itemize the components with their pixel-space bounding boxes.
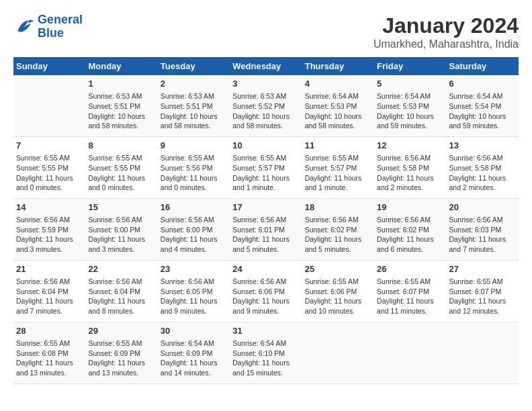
day-info-line: Daylight: 11 hours — [232, 359, 290, 367]
day-info-line: and 0 minutes. — [161, 183, 207, 191]
day-info-line: Sunrise: 6:56 AM — [88, 277, 142, 285]
day-info-line: Sunset: 5:52 PM — [232, 102, 285, 110]
day-info-line: and 6 minutes. — [377, 245, 423, 253]
cell-content: 15Sunrise: 6:56 AMSunset: 6:00 PMDayligh… — [88, 201, 154, 255]
cell-content: 2Sunrise: 6:53 AMSunset: 5:51 PMDaylight… — [161, 78, 227, 131]
day-info-line: Sunrise: 6:55 AM — [305, 277, 359, 285]
day-info-line: Sunset: 6:02 PM — [377, 226, 429, 234]
calendar-cell: 15Sunrise: 6:56 AMSunset: 6:00 PMDayligh… — [85, 198, 157, 260]
day-info-line: and 5 minutes. — [232, 245, 279, 253]
calendar-cell — [13, 75, 85, 136]
weekday-header: Tuesday — [158, 57, 230, 75]
calendar-cell: 16Sunrise: 6:56 AMSunset: 6:00 PMDayligh… — [158, 198, 230, 260]
day-number: 22 — [88, 263, 154, 275]
calendar-week-row: 21Sunrise: 6:56 AMSunset: 6:04 PMDayligh… — [13, 260, 519, 322]
day-info-line: and 2 minutes. — [449, 183, 496, 191]
calendar-cell: 26Sunrise: 6:55 AMSunset: 6:07 PMDayligh… — [374, 260, 446, 322]
calendar-table: SundayMondayTuesdayWednesdayThursdayFrid… — [13, 57, 519, 384]
day-info-line: Daylight: 11 hours — [16, 235, 73, 243]
day-info-line: Sunrise: 6:56 AM — [377, 154, 431, 162]
cell-content: 10Sunrise: 6:55 AMSunset: 5:57 PMDayligh… — [232, 140, 299, 193]
day-info-line: Sunrise: 6:54 AM — [377, 92, 431, 100]
day-number: 3 — [232, 78, 299, 90]
day-number: 25 — [305, 263, 371, 275]
day-info-line: Sunset: 6:08 PM — [16, 349, 69, 357]
calendar-cell: 7Sunrise: 6:55 AMSunset: 5:55 PMDaylight… — [13, 136, 85, 198]
day-info-line: Daylight: 11 hours — [232, 297, 290, 305]
day-number: 21 — [16, 263, 83, 275]
day-info-line: Daylight: 11 hours — [232, 174, 290, 182]
cell-content: 9Sunrise: 6:55 AMSunset: 5:56 PMDaylight… — [161, 140, 227, 193]
day-info-line: Daylight: 11 hours — [16, 297, 73, 305]
day-info-line: Sunset: 5:54 PM — [449, 102, 502, 110]
calendar-cell: 1Sunrise: 6:53 AMSunset: 5:51 PMDaylight… — [85, 75, 157, 136]
day-info-line: and 9 minutes. — [161, 307, 207, 315]
cell-content: 1Sunrise: 6:53 AMSunset: 5:51 PMDaylight… — [88, 78, 154, 131]
page-subtitle: Umarkhed, Maharashtra, India — [373, 38, 519, 50]
day-info-line: Sunset: 5:58 PM — [377, 164, 429, 172]
calendar-cell: 11Sunrise: 6:55 AMSunset: 5:57 PMDayligh… — [302, 136, 374, 198]
day-info-line: Daylight: 10 hours — [161, 112, 218, 120]
day-info-line: and 11 minutes. — [377, 307, 427, 315]
cell-content: 31Sunrise: 6:54 AMSunset: 6:10 PMDayligh… — [232, 325, 299, 378]
cell-content: 7Sunrise: 6:55 AMSunset: 5:55 PMDaylight… — [16, 140, 83, 193]
day-info-line: Sunset: 6:00 PM — [88, 226, 140, 234]
day-info-line: and 59 minutes. — [449, 122, 500, 130]
day-info-line: Sunset: 6:06 PM — [305, 287, 357, 295]
day-info-line: Daylight: 11 hours — [88, 174, 145, 182]
day-info-line: Daylight: 11 hours — [161, 297, 218, 305]
day-info-line: Sunset: 6:07 PM — [377, 287, 429, 295]
calendar-week-row: 1Sunrise: 6:53 AMSunset: 5:51 PMDaylight… — [13, 75, 519, 136]
day-info-line: Daylight: 11 hours — [377, 235, 434, 243]
day-number: 20 — [449, 201, 516, 214]
cell-content: 21Sunrise: 6:56 AMSunset: 6:04 PMDayligh… — [16, 263, 83, 316]
day-info-line: Sunset: 6:05 PM — [161, 287, 213, 295]
day-info-line: Sunrise: 6:53 AM — [232, 92, 286, 100]
day-info-line: Sunrise: 6:56 AM — [161, 277, 214, 285]
day-info-line: Daylight: 11 hours — [88, 235, 145, 243]
day-info-line: and 58 minutes. — [232, 122, 283, 130]
day-number: 7 — [16, 140, 83, 152]
calendar-cell: 9Sunrise: 6:55 AMSunset: 5:56 PMDaylight… — [158, 136, 230, 198]
day-info-line: and 59 minutes. — [377, 122, 427, 130]
day-number: 27 — [449, 263, 516, 275]
calendar-week-row: 7Sunrise: 6:55 AMSunset: 5:55 PMDaylight… — [13, 136, 519, 198]
day-info-line: Sunrise: 6:55 AM — [161, 154, 214, 162]
day-info-line: Sunset: 5:51 PM — [88, 102, 140, 110]
day-number: 1 — [88, 78, 154, 90]
page-header: General Blue January 2024 Umarkhed, Maha… — [13, 13, 519, 50]
calendar-week-row: 28Sunrise: 6:55 AMSunset: 6:08 PMDayligh… — [13, 322, 519, 383]
title-block: January 2024 Umarkhed, Maharashtra, Indi… — [373, 13, 519, 50]
day-info-line: and 10 minutes. — [305, 307, 355, 315]
day-info-line: Daylight: 11 hours — [161, 174, 218, 182]
day-info-line: and 4 minutes. — [161, 245, 207, 253]
day-info-line: Daylight: 10 hours — [232, 112, 290, 120]
day-info-line: Daylight: 11 hours — [449, 235, 506, 243]
day-info-line: Daylight: 11 hours — [161, 359, 218, 367]
day-number: 5 — [377, 78, 443, 90]
cell-content: 6Sunrise: 6:54 AMSunset: 5:54 PMDaylight… — [449, 78, 516, 131]
calendar-week-row: 14Sunrise: 6:56 AMSunset: 5:59 PMDayligh… — [13, 198, 519, 260]
day-info-line: Sunrise: 6:56 AM — [449, 216, 503, 224]
cell-content: 29Sunrise: 6:55 AMSunset: 6:09 PMDayligh… — [88, 325, 154, 378]
day-number: 9 — [161, 140, 227, 152]
cell-content: 24Sunrise: 6:56 AMSunset: 6:06 PMDayligh… — [232, 263, 299, 316]
calendar-cell: 6Sunrise: 6:54 AMSunset: 5:54 PMDaylight… — [447, 75, 519, 136]
day-info-line: Sunset: 6:04 PM — [16, 287, 69, 295]
weekday-header: Friday — [374, 57, 446, 75]
calendar-cell: 13Sunrise: 6:56 AMSunset: 5:58 PMDayligh… — [447, 136, 519, 198]
logo: General Blue — [13, 13, 83, 40]
day-number: 31 — [232, 325, 299, 337]
cell-content: 14Sunrise: 6:56 AMSunset: 5:59 PMDayligh… — [16, 201, 83, 255]
day-info-line: Daylight: 11 hours — [377, 174, 434, 182]
calendar-cell: 31Sunrise: 6:54 AMSunset: 6:10 PMDayligh… — [230, 322, 302, 383]
day-info-line: and 3 minutes. — [88, 245, 134, 253]
calendar-cell: 19Sunrise: 6:56 AMSunset: 6:02 PMDayligh… — [374, 198, 446, 260]
day-number: 23 — [161, 263, 227, 275]
calendar-cell: 8Sunrise: 6:55 AMSunset: 5:55 PMDaylight… — [85, 136, 157, 198]
cell-content: 11Sunrise: 6:55 AMSunset: 5:57 PMDayligh… — [305, 140, 371, 193]
day-info-line: Sunset: 6:06 PM — [232, 287, 285, 295]
calendar-cell — [302, 322, 374, 383]
day-info-line: and 0 minutes. — [16, 183, 62, 191]
day-info-line: Sunset: 5:51 PM — [161, 102, 213, 110]
